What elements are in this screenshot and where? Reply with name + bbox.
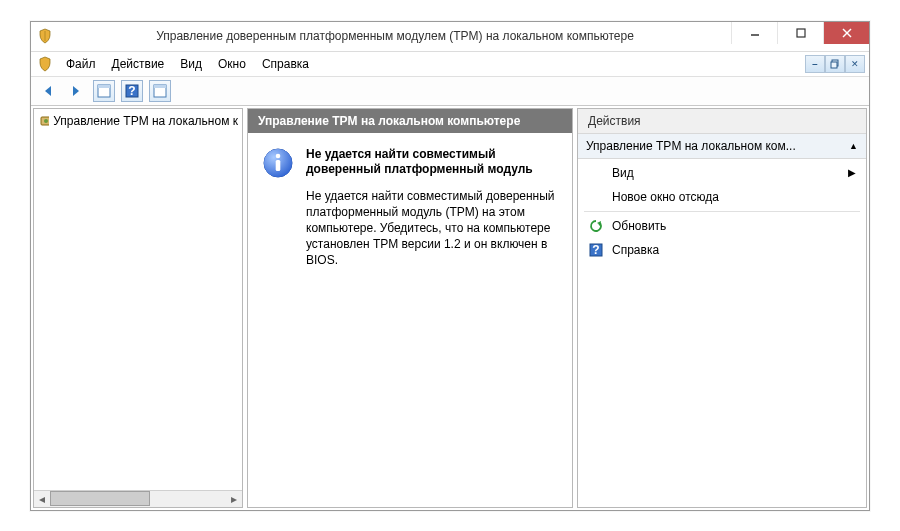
menu-action[interactable]: Действие (105, 55, 172, 73)
action-label: Справка (612, 243, 659, 257)
tree-item-tpm[interactable]: Управление TPM на локальном к (36, 112, 240, 130)
scroll-right-icon: ▸ (226, 492, 242, 506)
back-button[interactable] (37, 80, 59, 102)
actions-header: Действия (578, 109, 866, 134)
svg-rect-5 (831, 62, 837, 68)
shield-icon (37, 28, 53, 44)
action-help[interactable]: ? Справка (578, 238, 866, 262)
help-icon: ? (588, 242, 604, 258)
tree-pane: Управление TPM на локальном к ◂ ▸ (33, 108, 243, 508)
panel-icon (97, 84, 111, 98)
tree-item-label: Управление TPM на локальном к (53, 114, 238, 128)
svg-point-16 (276, 153, 281, 158)
svg-rect-17 (276, 160, 281, 171)
svg-rect-7 (98, 85, 110, 88)
mmc-window: Управление доверенным платформенным моду… (30, 21, 870, 511)
menu-file[interactable]: Файл (59, 55, 103, 73)
horizontal-scrollbar[interactable]: ◂ ▸ (34, 490, 242, 507)
scroll-thumb[interactable] (50, 491, 150, 506)
submenu-arrow-icon: ▶ (848, 167, 856, 178)
actions-section-label: Управление TPM на локальном ком... (586, 139, 796, 153)
action-label: Обновить (612, 219, 666, 233)
minimize-button[interactable] (731, 22, 777, 44)
mdi-restore-button[interactable] (825, 55, 845, 73)
chip-icon (38, 113, 49, 129)
actions-section-header[interactable]: Управление TPM на локальном ком... ▲ (578, 134, 866, 159)
actions-pane: Действия Управление TPM на локальном ком… (577, 108, 867, 508)
blank-icon (588, 189, 604, 205)
info-icon (262, 147, 294, 269)
mdi-controls: ‒ ✕ (805, 55, 865, 73)
separator (584, 211, 860, 212)
mdi-close-button[interactable]: ✕ (845, 55, 865, 73)
maximize-button[interactable] (777, 22, 823, 44)
blank-icon (588, 165, 604, 181)
titlebar: Управление доверенным платформенным моду… (31, 22, 869, 52)
detail-heading: Не удается найти совместимый доверенный … (306, 147, 558, 178)
action-label: Вид (612, 166, 634, 180)
svg-rect-1 (797, 29, 805, 37)
menu-view[interactable]: Вид (173, 55, 209, 73)
collapse-icon: ▲ (849, 141, 858, 151)
toolbar-properties-button[interactable] (93, 80, 115, 102)
arrow-left-icon (40, 83, 56, 99)
help-icon: ? (125, 84, 139, 98)
refresh-icon (588, 218, 604, 234)
action-refresh[interactable]: Обновить (578, 214, 866, 238)
content-area: Управление TPM на локальном к ◂ ▸ Управл… (31, 106, 869, 510)
toolbar: ? (31, 76, 869, 106)
shield-icon (37, 56, 53, 72)
svg-text:?: ? (128, 84, 135, 98)
action-view[interactable]: Вид ▶ (578, 161, 866, 185)
arrow-right-icon (68, 83, 84, 99)
detail-header: Управление TPM на локальном компьютере (248, 109, 572, 133)
action-new-window[interactable]: Новое окно отсюда (578, 185, 866, 209)
menu-window[interactable]: Окно (211, 55, 253, 73)
detail-paragraph: Не удается найти совместимый доверенный … (306, 188, 558, 269)
svg-rect-11 (154, 85, 166, 88)
window-buttons (731, 22, 869, 51)
svg-text:?: ? (592, 243, 599, 257)
panel-icon (153, 84, 167, 98)
action-label: Новое окно отсюда (612, 190, 719, 204)
scroll-left-icon: ◂ (34, 492, 50, 506)
actions-list: Вид ▶ Новое окно отсюда Обновить ? Справ… (578, 159, 866, 264)
menubar: Файл Действие Вид Окно Справка ‒ ✕ (31, 52, 869, 76)
window-title: Управление доверенным платформенным моду… (59, 29, 731, 43)
menu-help[interactable]: Справка (255, 55, 316, 73)
detail-body: Не удается найти совместимый доверенный … (248, 133, 572, 279)
detail-pane: Управление TPM на локальном компьютере Н… (247, 108, 573, 508)
mdi-minimize-button[interactable]: ‒ (805, 55, 825, 73)
toolbar-panel-button[interactable] (149, 80, 171, 102)
toolbar-help-button[interactable]: ? (121, 80, 143, 102)
forward-button[interactable] (65, 80, 87, 102)
tree-body: Управление TPM на локальном к (34, 109, 242, 490)
close-button[interactable] (823, 22, 869, 44)
detail-text: Не удается найти совместимый доверенный … (306, 147, 558, 269)
menubar-app-icon (35, 56, 55, 72)
app-icon (31, 28, 59, 44)
svg-point-13 (44, 119, 48, 123)
